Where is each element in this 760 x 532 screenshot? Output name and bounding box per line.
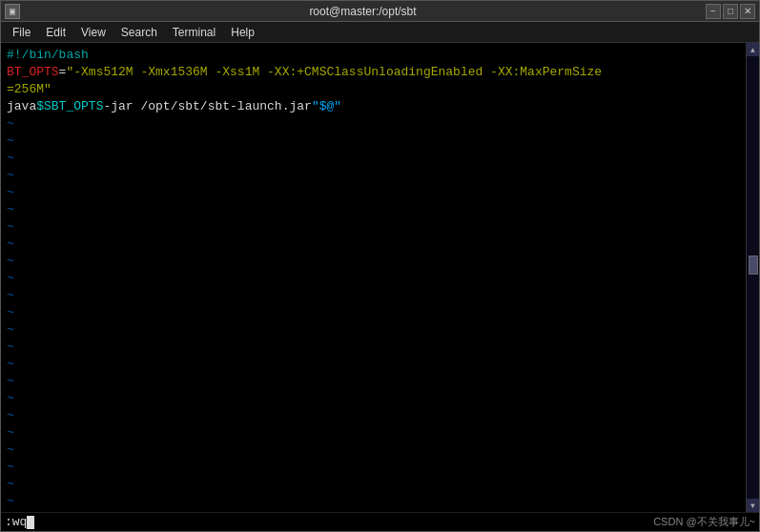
scrollbar[interactable]: ▲ ▼ [746,43,759,512]
var-value-start: "-Xms512M -Xmx1536M -Xss1M -XX:+CMSClass… [66,64,602,81]
tilde-line: ~ [1,373,746,390]
tilde-line: ~ [1,167,746,184]
scrollbar-track[interactable] [747,56,759,499]
menu-view[interactable]: View [73,24,113,41]
menu-bar: File Edit View Search Terminal Help [1,22,759,43]
tilde-line: ~ [1,253,746,270]
terminal-window: ▣ root@master:/opt/sbt − □ ✕ File Edit V… [0,0,760,532]
tilde-line: ~ [1,150,746,167]
scrollbar-thumb[interactable] [749,256,758,275]
tilde-line: ~ [1,133,746,150]
tilde-line: ~ [1,338,746,356]
code-line-1: #!/bin/bash [1,47,746,64]
tilde-line: ~ [1,270,746,287]
status-bar: :wq CSDN @不关我事儿~ [1,512,759,531]
code-line-2: BT_OPTS="-Xms512M -Xmx1536M -Xss1M -XX:+… [1,64,746,81]
minimize-button[interactable]: − [706,4,721,19]
tilde-line: ~ [1,201,746,218]
maximize-button[interactable]: □ [723,4,738,19]
tilde-line: ~ [1,184,746,201]
cursor [27,516,34,529]
window-title: root@master:/opt/sbt [20,5,706,18]
sbt-opts-var: $SBT_OPTS [36,98,103,115]
vim-command: :wq [5,515,34,529]
jar-cmd: -jar /opt/sbt/sbt-launch.jar [103,98,311,115]
var-name: BT_OPTS [7,64,59,81]
menu-search[interactable]: Search [113,24,165,41]
tilde-line: ~ [1,407,746,424]
close-button[interactable]: ✕ [740,4,755,19]
tilde-line: ~ [1,235,746,253]
editor-area: #!/bin/bash BT_OPTS="-Xms512M -Xmx1536M … [1,43,759,512]
tilde-line: ~ [1,476,746,493]
tilde-line: ~ [1,510,746,512]
window-controls: − □ ✕ [706,4,755,19]
window-icon: ▣ [5,4,20,19]
menu-terminal[interactable]: Terminal [165,24,223,41]
tilde-line: ~ [1,115,746,133]
menu-file[interactable]: File [5,24,38,41]
tilde-line: ~ [1,459,746,476]
menu-help[interactable]: Help [223,24,262,41]
tilde-line: ~ [1,321,746,338]
title-bar: ▣ root@master:/opt/sbt − □ ✕ [1,1,759,22]
tilde-line: ~ [1,424,746,441]
scroll-up-arrow[interactable]: ▲ [747,43,760,56]
tilde-line: ~ [1,390,746,407]
tilde-line: ~ [1,287,746,304]
tilde-line: ~ [1,356,746,373]
watermark: CSDN @不关我事儿~ [653,515,755,529]
shebang-line: #!/bin/bash [7,47,89,64]
arg-string: "$@" [312,98,341,115]
tilde-line: ~ [1,441,746,459]
scroll-down-arrow[interactable]: ▼ [747,499,760,512]
code-line-4: java $SBT_OPTS -jar /opt/sbt/sbt-launch.… [1,98,746,115]
java-cmd: java [7,98,36,115]
tilde-line: ~ [1,218,746,235]
menu-edit[interactable]: Edit [38,24,73,41]
tilde-line: ~ [1,493,746,510]
editor-content[interactable]: #!/bin/bash BT_OPTS="-Xms512M -Xmx1536M … [1,43,746,512]
var-value-cont: =256M" [7,81,51,98]
code-line-3: =256M" [1,81,746,98]
tilde-line: ~ [1,304,746,321]
